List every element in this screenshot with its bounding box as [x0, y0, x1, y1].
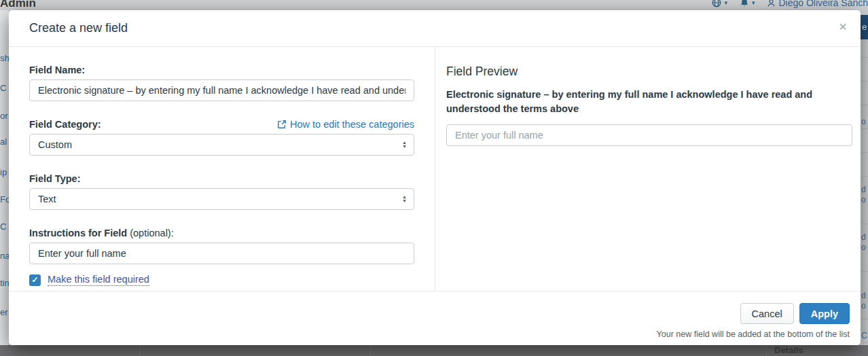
field-category-select[interactable]: Custom ▲▼ [29, 134, 414, 156]
user-name: Diego Oliveira Sanch [778, 0, 868, 8]
dimmed-table-strip: odododoC [861, 10, 868, 345]
page-title: Admin [0, 0, 36, 10]
close-icon[interactable]: × [839, 20, 847, 33]
table-column-divider [139, 345, 140, 356]
required-checkbox-label[interactable]: Make this field required [48, 274, 149, 286]
sidebar-item-fragment: al [0, 137, 7, 147]
optional-suffix: (optional): [127, 228, 174, 238]
table-column-divider [766, 345, 767, 356]
create-field-modal: Create a new field × Field Name: Field C… [9, 10, 861, 345]
table-cell-fragment: d [861, 291, 866, 300]
sidebar-item-fragment: na [0, 251, 9, 261]
sidebar-item-fragment: or [0, 111, 8, 121]
select-arrows-icon: ▲▼ [402, 141, 407, 149]
sidebar-item-fragment: Fo [0, 194, 9, 204]
modal-header: Create a new field × [9, 10, 861, 47]
field-name-input[interactable] [29, 79, 414, 101]
sidebar-item-fragment: shl [0, 53, 9, 63]
sidebar-item-fragment: C [0, 221, 6, 232]
field-preview-panel: Field Preview Electronic signature – by … [435, 47, 861, 291]
dimmed-sidebar-strip: shlCoralipFoCnatiner [0, 10, 9, 345]
table-cell-fragment: C [861, 331, 867, 340]
preview-field-label: Electronic signature – by entering my fu… [446, 88, 848, 116]
notifications-menu[interactable]: ▾ [740, 0, 755, 7]
modal-title: Create a new field [29, 21, 128, 35]
language-menu[interactable]: ▾ [712, 0, 727, 7]
dimmed-page-bottom: Details [0, 345, 868, 356]
field-category-label: Field Category: [29, 119, 101, 130]
globe-icon [712, 0, 721, 7]
field-category-selected-value: Custom [38, 139, 72, 150]
table-column-divider [370, 345, 371, 356]
chevron-down-icon: ▾ [724, 0, 727, 6]
sidebar-item-fragment: ip [0, 167, 7, 177]
user-menu[interactable]: Diego Oliveira Sanch [767, 0, 868, 8]
sidebar-item-fragment: er [0, 307, 8, 317]
apply-button[interactable]: Apply [799, 303, 850, 324]
field-type-block: Field Type: Text ▲▼ [29, 173, 414, 210]
sidebar-item-fragment: C [0, 83, 6, 93]
field-form-panel: Field Name: Field Category: [9, 47, 435, 291]
chevron-down-icon: ▾ [752, 0, 755, 6]
field-type-label: Field Type: [29, 173, 414, 184]
modal-footer: Cancel Apply Your new field will be adde… [9, 291, 861, 345]
table-cell-fragment: o [861, 243, 866, 252]
bell-icon [740, 0, 749, 7]
table-cell-fragment: d [861, 185, 866, 194]
instructions-label: Instructions for Field (optional): [29, 228, 414, 238]
table-cell-fragment: o [861, 301, 866, 310]
edit-categories-link[interactable]: How to edit these categories [277, 119, 414, 130]
sidebar-item-fragment: tin [0, 278, 9, 288]
field-name-label: Field Name: [29, 65, 414, 75]
footer-note: Your new field will be added at the bott… [657, 330, 850, 339]
field-type-selected-value: Text [38, 194, 56, 204]
field-category-block: Field Category: How to edit these catego… [29, 119, 414, 156]
required-checkbox-row: ✓ Make this field required [29, 274, 414, 286]
field-name-block: Field Name: [29, 65, 414, 101]
admin-top-bar: Admin ▾ ▾ [0, 0, 868, 10]
select-arrows-icon: ▲▼ [402, 195, 407, 203]
table-cell-fragment: d [861, 232, 866, 242]
preview-heading: Field Preview [446, 65, 852, 79]
table-cell-fragment: o [861, 195, 866, 204]
external-link-icon [277, 120, 287, 129]
table-cell-fragment: o [861, 117, 866, 126]
details-column-header: Details [774, 345, 803, 355]
field-type-select[interactable]: Text ▲▼ [29, 188, 414, 210]
edit-categories-link-label: How to edit these categories [290, 119, 414, 130]
instructions-block: Instructions for Field (optional): [29, 228, 414, 264]
instructions-input[interactable] [29, 243, 414, 264]
required-checkbox[interactable]: ✓ [29, 274, 41, 286]
user-icon [767, 0, 776, 7]
preview-input[interactable] [446, 124, 852, 146]
dimmed-page-button-fragment: e [861, 15, 868, 39]
cancel-button[interactable]: Cancel [740, 303, 794, 324]
